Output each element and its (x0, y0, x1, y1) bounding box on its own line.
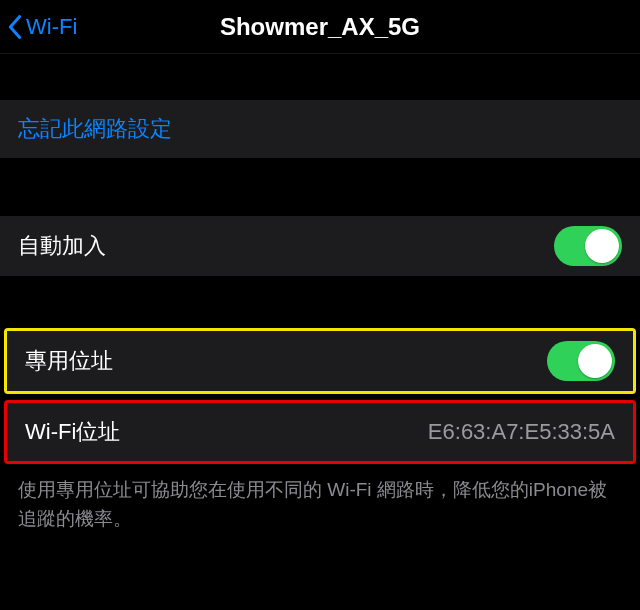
page-title: Showmer_AX_5G (0, 13, 640, 41)
back-label: Wi-Fi (26, 14, 77, 40)
chevron-left-icon (8, 15, 22, 39)
private-address-highlight: 專用位址 (4, 328, 636, 394)
wifi-address-highlight: Wi-Fi位址 E6:63:A7:E5:33:5A (4, 400, 636, 464)
auto-join-row: 自動加入 (0, 216, 640, 276)
wifi-address-value: E6:63:A7:E5:33:5A (428, 419, 615, 445)
spacer (0, 276, 640, 328)
spacer (0, 54, 640, 100)
toggle-knob (578, 344, 612, 378)
spacer (0, 158, 640, 216)
wifi-address-label: Wi-Fi位址 (25, 417, 120, 447)
auto-join-toggle[interactable] (554, 226, 622, 266)
forget-network-label: 忘記此網路設定 (18, 114, 172, 144)
toggle-knob (585, 229, 619, 263)
wifi-address-row: Wi-Fi位址 E6:63:A7:E5:33:5A (7, 403, 633, 461)
navbar: Wi-Fi Showmer_AX_5G (0, 0, 640, 54)
auto-join-label: 自動加入 (18, 231, 106, 261)
forget-network-row[interactable]: 忘記此網路設定 (0, 100, 640, 158)
footer-text: 使用專用位址可協助您在使用不同的 Wi-Fi 網路時，降低您的iPhone被追蹤… (0, 464, 640, 533)
back-button[interactable]: Wi-Fi (0, 14, 77, 40)
private-address-row: 專用位址 (7, 331, 633, 391)
private-address-label: 專用位址 (25, 346, 113, 376)
private-address-toggle[interactable] (547, 341, 615, 381)
